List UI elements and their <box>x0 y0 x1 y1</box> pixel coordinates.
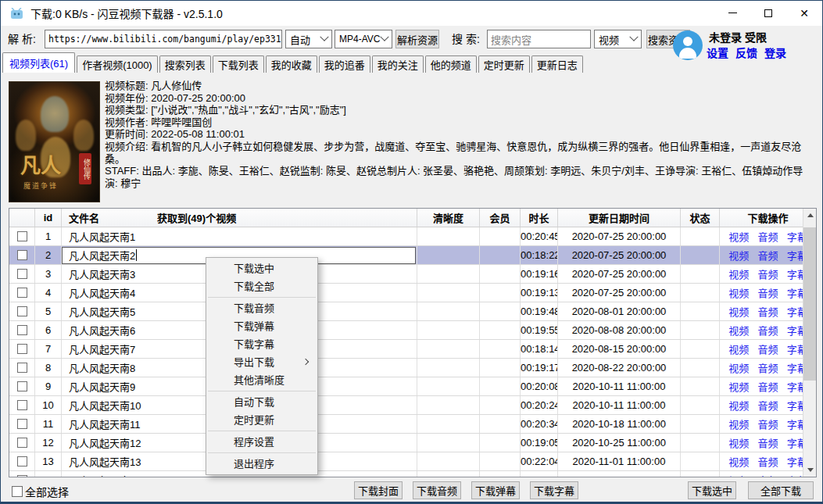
tab-作者视频(1000)[interactable]: 作者视频(1000) <box>77 55 158 73</box>
row-checkbox[interactable] <box>17 400 27 410</box>
table-row[interactable]: 10 凡人风起天南10 00:20:24 2020-10-11 11:00:00… <box>9 396 816 415</box>
action-link-音频[interactable]: 音频 <box>757 229 778 244</box>
menu-item-下载音频[interactable]: 下载音频 <box>206 299 317 317</box>
menu-item-下载弹幕[interactable]: 下载弹幕 <box>206 317 317 335</box>
menu-item-下载选中[interactable]: 下载选中 <box>206 259 317 277</box>
table-row[interactable]: 11 凡人风起天南11 00:20:34 2020-10-18 11:00:00… <box>9 415 816 434</box>
action-link-音频[interactable]: 音频 <box>757 398 778 413</box>
tab-我的收藏[interactable]: 我的收藏 <box>266 55 317 73</box>
scroll-up-arrow[interactable] <box>803 209 817 222</box>
table-row[interactable]: 4 凡人风起天南4 00:19:13 2020-07-25 20:00:00 视… <box>9 284 816 302</box>
quality-select[interactable]: 自动 <box>285 30 332 48</box>
parse-button[interactable]: 解析资源 <box>395 30 439 48</box>
action-link-音频[interactable]: 音频 <box>757 360 778 375</box>
maximize-button[interactable] <box>750 1 786 25</box>
tab-下载列表[interactable]: 下载列表 <box>213 55 264 73</box>
row-checkbox[interactable] <box>17 381 27 391</box>
close-button[interactable]: ✕ <box>786 1 822 25</box>
table-row[interactable]: 6 凡人风起天南6 00:19:55 2020-08-08 20:00:00 视… <box>9 321 816 340</box>
action-link-视频[interactable]: 视频 <box>728 454 749 469</box>
menu-item-下载字幕[interactable]: 下载字幕 <box>206 335 317 353</box>
minimize-button[interactable] <box>714 1 750 25</box>
action-link-视频[interactable]: 视频 <box>728 266 749 281</box>
menu-item-程序设置[interactable]: 程序设置 <box>206 433 317 451</box>
table-row[interactable]: 8 凡人风起天南8 00:19:17 2020-08-22 20:00:00 视… <box>9 359 816 377</box>
action-link-视频[interactable]: 视频 <box>728 360 749 375</box>
scroll-down-arrow[interactable] <box>803 463 817 477</box>
header-updated[interactable]: 更新日期时间 <box>558 209 681 227</box>
bottom-button-下载封面[interactable]: 下载封面 <box>354 481 403 499</box>
header-status[interactable]: 状态 <box>681 209 720 227</box>
action-link-音频[interactable]: 音频 <box>757 266 778 281</box>
action-link-视频[interactable]: 视频 <box>728 435 749 450</box>
action-link-视频[interactable]: 视频 <box>728 398 749 413</box>
row-checkbox[interactable] <box>17 231 27 241</box>
bottom-button-全部下载[interactable]: 全部下载 <box>748 481 814 499</box>
action-link-音频[interactable]: 音频 <box>757 454 778 469</box>
menu-item-导出下载[interactable]: 导出下载 <box>206 353 317 371</box>
action-link-视频[interactable]: 视频 <box>728 285 749 300</box>
table-row[interactable]: 9 凡人风起天南9 00:20:08 2020-10-11 11:00:00 视… <box>9 377 816 396</box>
table-row[interactable]: 1 凡人风起天南1 00:20:45 2020-07-25 20:00:00 视… <box>9 227 816 246</box>
row-checkbox[interactable] <box>17 438 27 448</box>
row-checkbox[interactable] <box>17 325 27 335</box>
row-checkbox[interactable] <box>17 363 27 373</box>
tab-他的频道[interactable]: 他的频道 <box>425 55 477 73</box>
action-link-视频[interactable]: 视频 <box>728 341 749 356</box>
row-checkbox[interactable] <box>17 306 27 316</box>
action-link-音频[interactable]: 音频 <box>757 435 778 450</box>
menu-item-自动下载[interactable]: 自动下载 <box>206 393 317 411</box>
search-type-select[interactable]: 视频 <box>594 30 642 48</box>
bottom-button-下载弹幕[interactable]: 下载弹幕 <box>471 481 520 499</box>
action-link-音频[interactable]: 音频 <box>757 304 778 319</box>
action-link-音频[interactable]: 音频 <box>757 248 778 263</box>
tab-定时更新[interactable]: 定时更新 <box>478 55 530 73</box>
table-row[interactable]: 14 凡人风起天南14 00:20:11 2020-11-08 11:00:00… <box>9 471 816 477</box>
table-row[interactable]: 2 凡人风起天南2 00:18:22 2020-07-25 20:00:00 视… <box>9 246 816 265</box>
menu-item-其他清晰度[interactable]: 其他清晰度 <box>206 371 317 389</box>
row-checkbox[interactable] <box>17 419 27 429</box>
table-row[interactable]: 7 凡人风起天南7 00:18:14 2020-08-15 20:00:00 视… <box>9 340 816 359</box>
header-vip[interactable]: 会员 <box>480 209 521 227</box>
action-link-音频[interactable]: 音频 <box>757 323 778 338</box>
action-link-音频[interactable]: 音频 <box>757 416 778 431</box>
search-input[interactable]: 搜索内容 <box>487 30 591 48</box>
menu-item-退出程序[interactable]: 退出程序 <box>206 455 317 473</box>
row-checkbox[interactable] <box>17 269 27 279</box>
tab-更新日志[interactable]: 更新日志 <box>531 55 583 73</box>
action-link-视频[interactable]: 视频 <box>728 473 749 477</box>
header-duration[interactable]: 时长 <box>521 209 558 227</box>
action-link-视频[interactable]: 视频 <box>728 304 749 319</box>
action-link-视频[interactable]: 视频 <box>728 248 749 263</box>
url-input[interactable]: https://www.bilibili.com/bangumi/play/ep… <box>45 30 282 48</box>
row-checkbox[interactable] <box>17 475 27 477</box>
action-link-音频[interactable]: 音频 <box>757 379 778 394</box>
row-checkbox[interactable] <box>17 344 27 354</box>
vertical-scrollbar[interactable] <box>803 209 816 477</box>
select-all-checkbox[interactable] <box>12 486 23 497</box>
table-row[interactable]: 3 凡人风起天南3 00:19:16 2020-07-25 20:00:00 视… <box>9 265 816 284</box>
action-link-视频[interactable]: 视频 <box>728 379 749 394</box>
action-link-音频[interactable]: 音频 <box>757 285 778 300</box>
bottom-button-下载选中[interactable]: 下载选中 <box>688 481 736 499</box>
row-checkbox[interactable] <box>17 250 27 260</box>
header-filename[interactable]: 文件名 获取到(49)个视频 <box>62 209 417 227</box>
row-checkbox[interactable] <box>17 456 27 466</box>
header-actions[interactable]: 下载操作 <box>720 209 816 227</box>
scrollbar-thumb[interactable] <box>803 227 817 381</box>
header-id[interactable]: id <box>35 209 62 227</box>
bottom-button-下载字幕[interactable]: 下载字幕 <box>530 481 578 499</box>
action-link-音频[interactable]: 音频 <box>757 473 778 477</box>
tab-我的关注[interactable]: 我的关注 <box>372 55 424 73</box>
action-link-音频[interactable]: 音频 <box>757 341 778 356</box>
table-row[interactable]: 12 凡人风起天南12 00:19:05 2020-10-25 11:00:00… <box>9 434 816 452</box>
tab-我的追番[interactable]: 我的追番 <box>319 55 370 73</box>
table-row[interactable]: 5 凡人风起天南5 00:19:48 2020-08-01 20:00:00 视… <box>9 302 816 321</box>
action-link-视频[interactable]: 视频 <box>728 416 749 431</box>
bottom-button-下载音频[interactable]: 下载音频 <box>413 481 461 499</box>
header-quality[interactable]: 清晰度 <box>417 209 480 227</box>
format-select[interactable]: MP4-AVC <box>335 30 392 48</box>
tab-视频列表(61)[interactable]: 视频列表(61) <box>2 52 75 73</box>
action-link-视频[interactable]: 视频 <box>728 323 749 338</box>
table-row[interactable]: 13 凡人风起天南13 00:22:04 2020-11-01 11:00:00… <box>9 452 816 471</box>
